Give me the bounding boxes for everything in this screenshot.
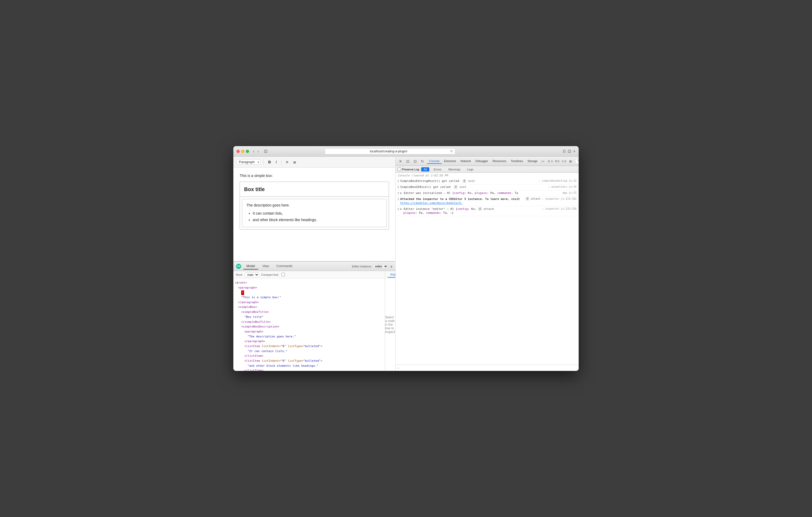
list2-button[interactable]: ≣ [292, 159, 298, 165]
preserve-log-checkbox[interactable] [398, 168, 401, 171]
reload-icon[interactable]: ↻ [450, 149, 453, 153]
ck-inspect-tabs: Inspect Selection [385, 271, 395, 278]
devtools-reload-button[interactable]: ↻ [419, 159, 425, 164]
tree-simplebox-open[interactable]: <simpleBox> [235, 305, 383, 310]
tab-timelines[interactable]: Timelines [509, 159, 525, 164]
tree-softbreak[interactable]: ! [235, 290, 383, 295]
msg-source-4[interactable]: f attach – inspector.js:133:182 [526, 197, 577, 201]
msg-icon-3: E [398, 191, 399, 195]
traffic-lights [236, 150, 249, 153]
msg-source-3[interactable]: app.js:31 [562, 191, 577, 195]
filter-logs[interactable]: Logs [465, 167, 476, 172]
ck-inspect-content: Select a node in the tree to inspect [385, 278, 395, 371]
msg-icon-1: E [398, 180, 399, 183]
console-msg-5: E ▶ Editor instance "editor" – Hl {confi… [396, 206, 579, 216]
editor-intro: This is a simple box: [240, 173, 389, 179]
tree-listitem2-open[interactable]: <listItem listIndent="0" listType="bulle… [235, 359, 383, 364]
tab-debugger[interactable]: Debugger [473, 159, 490, 164]
simple-box-title[interactable]: Box title [240, 182, 389, 197]
select-node-prompt: Select a node in the tree to inspect [385, 315, 395, 334]
url-bar[interactable]: localhost/creating-a-plugin/ ↻ [325, 148, 456, 154]
devtools-close-button[interactable]: ✕ [398, 159, 403, 164]
tree-listitem1-open[interactable]: <listItem listIndent="0" listType="bulle… [235, 344, 383, 349]
ck-tab-commands[interactable]: Commands [273, 263, 295, 270]
tab-resources[interactable]: Resources [491, 159, 509, 164]
console-filter-bar: Preserve Log All Errors Warnings Logs [396, 166, 579, 173]
filter-all[interactable]: All [421, 167, 429, 172]
tree-paragraph2-close[interactable]: </paragraph> [235, 339, 383, 344]
ck-collapse-button[interactable]: ∨ [390, 264, 393, 268]
compact-text-checkbox[interactable] [282, 273, 285, 276]
console-msg-2: E SimpleBoxUI#init() got called f init –… [396, 184, 579, 190]
badge-row: 🗒4 ⊘0 ⚠0 [548, 159, 566, 163]
ck-tab-model[interactable]: Model [243, 263, 258, 270]
console-arrow-icon: › [398, 366, 399, 370]
msg-text-4: Attached the inspector to a CKEditor 5 i… [400, 197, 524, 205]
console-input[interactable] [400, 366, 577, 370]
tree-paragraph-open[interactable]: <paragraph> [235, 285, 383, 291]
root-select[interactable]: main [245, 272, 259, 277]
tab-console[interactable]: Console [427, 159, 442, 164]
msg-icon-2: E [398, 186, 399, 189]
filter-errors[interactable]: Errors [431, 167, 444, 172]
ck-tab-view[interactable]: View [259, 263, 272, 270]
devtools-tabs: Console Elements Network Debugger Resour… [427, 159, 546, 164]
italic-button[interactable]: I [274, 159, 278, 165]
list-item-1: It can contain lists, [253, 210, 382, 216]
inspect-tab[interactable]: Inspect [388, 272, 395, 278]
ck-inspect-pane: Inspect Selection Select a node in the t… [385, 271, 395, 371]
msg-source-1[interactable]: – simpleboxediting.js:12 [539, 179, 577, 183]
tab-more[interactable]: >> [540, 159, 546, 163]
console-area: Preserve Log All Errors Warnings Logs Co… [396, 166, 579, 371]
sidebar-toggle-button[interactable]: ⊡ [262, 148, 269, 154]
ck-logo: CK [236, 264, 241, 269]
tree-listitem1-close[interactable]: </listItem> [235, 354, 383, 359]
tab-elements[interactable]: Elements [442, 159, 458, 164]
devtools-dock-button[interactable]: ⊡ [405, 159, 411, 164]
forward-button[interactable]: › [256, 149, 260, 154]
tree-simpleboxtitle-open[interactable]: <simpleBoxTitle> [235, 310, 383, 315]
nav-buttons: ‹ › [252, 149, 260, 154]
editor-area[interactable]: This is a simple box: Box title The desc… [233, 168, 395, 261]
list-button[interactable]: ≡ [285, 159, 290, 165]
tree-simpleboxdesc-open[interactable]: <simpleBoxDescription> [235, 324, 383, 329]
tab-network[interactable]: Network [458, 159, 473, 164]
fullscreen-button[interactable] [246, 150, 249, 153]
inspector-link[interactable]: https://ckeditor.com/docs/ckeditor5. [400, 201, 463, 205]
toolbar-divider-1 [263, 159, 264, 165]
tree-boxtitle-text[interactable]: "Box title" [235, 315, 383, 320]
share-button[interactable]: ⎙ [563, 149, 566, 154]
badge-warnings: ⚠0 [561, 159, 566, 163]
msg-text-3: ▶ Editor was initialized – Hl {config: K… [400, 191, 561, 195]
msg-icon-5: E [398, 208, 399, 211]
expand-button[interactable]: ⊡ [568, 149, 571, 154]
editor-instance-select[interactable]: editor [373, 264, 388, 269]
close-button[interactable] [236, 150, 240, 153]
tree-listitem1-text[interactable]: "It can contain lists," [235, 349, 383, 354]
tree-desc-text[interactable]: "The description goes here." [235, 334, 383, 339]
bold-button[interactable]: B [267, 159, 272, 165]
tree-paragraph-close[interactable]: </paragraph> [235, 300, 383, 305]
target-button[interactable]: ⊕ [568, 159, 573, 164]
msg-source-5[interactable]: – inspector.js:133:326 [542, 207, 577, 211]
msg-source-2[interactable]: – essentials.js:35 [548, 185, 577, 189]
main-content: Paragraph B I ≡ ≣ This is a simple box: … [233, 157, 579, 371]
msg-text-1: SimpleBoxEditing#init() got called f ini… [400, 179, 538, 183]
tab-storage[interactable]: Storage [525, 159, 540, 164]
back-button[interactable]: ‹ [252, 149, 256, 154]
tree-root-open[interactable]: ​<$root> [235, 280, 383, 285]
ck-tree: ​<$root> <paragraph> ! "This is a simple… [233, 278, 385, 371]
paragraph-select[interactable]: Paragraph [236, 159, 260, 165]
new-tab-button[interactable]: + [573, 149, 576, 154]
tree-intro-text[interactable]: "This is a simple box:" [235, 295, 383, 300]
badge-errors: ⊘0 [555, 159, 559, 163]
tree-paragraph2-open[interactable]: <paragraph> [235, 329, 383, 334]
description-list: It can contain lists, and other block el… [246, 210, 382, 223]
console-cleared-message: Console cleared at 2:02:58 PM [396, 173, 579, 178]
tree-listitem2-close[interactable]: </listItem> [235, 368, 383, 371]
filter-warnings[interactable]: Warnings [446, 167, 463, 172]
tree-listitem2-text[interactable]: "and other block elements like headings.… [235, 364, 383, 368]
tree-simpleboxtitle-close[interactable]: </simpleBoxTitle> [235, 320, 383, 325]
devtools-undock-button[interactable]: ⊡ [412, 159, 418, 164]
minimize-button[interactable] [241, 150, 244, 153]
